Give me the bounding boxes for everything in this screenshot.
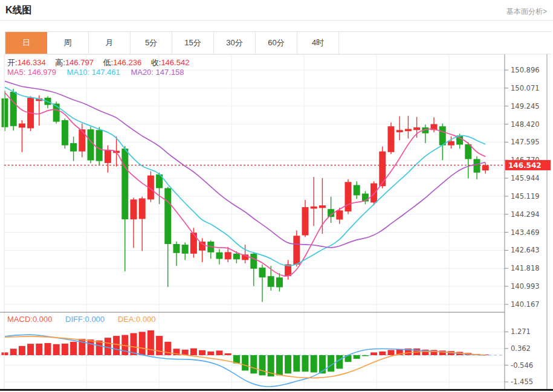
- axis-tick-label: 143.469: [511, 228, 540, 237]
- price-axis: 150.896150.071149.245148.420147.595146.7…: [505, 66, 540, 386]
- ohlc-legend: 开:146.334 高:146.797 低:146.236 收:146.542: [7, 57, 196, 68]
- macd-bar: [250, 355, 257, 373]
- candle-body: [396, 130, 403, 132]
- macd-bar: [147, 330, 154, 355]
- candle-body: [96, 130, 103, 161]
- candle-body: [388, 126, 395, 152]
- candle-body: [199, 242, 205, 251]
- macd-bar: [45, 343, 51, 355]
- candle-body: [2, 98, 8, 127]
- dea-value: DEA:0.000: [118, 315, 156, 324]
- close-label: 收:: [151, 58, 161, 67]
- macd-bar: [207, 352, 214, 355]
- axis-tick-label: 141.818: [511, 264, 540, 272]
- candle-body: [439, 126, 446, 145]
- candle-body: [465, 144, 471, 159]
- candle-body: [70, 143, 77, 152]
- macd-bar: [70, 342, 77, 355]
- axis-tick-label: 150.896: [511, 66, 540, 74]
- ma10-line: [5, 87, 485, 266]
- axis-tick-label: 147.595: [511, 138, 540, 146]
- high-value: 146.797: [65, 58, 94, 67]
- candle-body: [10, 92, 17, 126]
- axis-tick-label: 148.420: [511, 120, 540, 129]
- axis-tick-label: -0.546: [511, 361, 533, 370]
- ma5-value: MA5: 146.979: [7, 68, 56, 77]
- macd-bar: [354, 355, 360, 359]
- high-label: 高:: [55, 58, 65, 67]
- candle-body: [259, 268, 266, 277]
- macd-bar: [370, 352, 377, 355]
- axis-tick-label: -1.455: [511, 378, 533, 386]
- candle-body: [474, 159, 480, 172]
- ma20-value: MA20: 147.158: [131, 68, 184, 77]
- candle-body: [336, 210, 343, 219]
- macd-bar: [53, 344, 60, 355]
- macd-bar: [388, 350, 395, 355]
- candles: [2, 89, 489, 302]
- macd-bar: [131, 333, 137, 355]
- candle-body: [250, 254, 257, 269]
- candle-body: [268, 276, 274, 287]
- current-price-tag: 146.542: [505, 160, 551, 170]
- macd-bar: [311, 355, 317, 373]
- macd-bar: [276, 355, 283, 375]
- macd-histogram: [2, 330, 489, 376]
- candle-body: [413, 127, 420, 130]
- macd-bar: [259, 355, 266, 375]
- macd-bar: [36, 344, 42, 355]
- low-value: 146.236: [113, 58, 141, 67]
- macd-bar: [113, 336, 120, 355]
- ma-legend: MA5: 146.979 MA10: 147.461 MA20: 147.158: [7, 68, 193, 77]
- macd-bar: [156, 336, 163, 355]
- macd-value: MACD:0.000: [7, 315, 52, 324]
- macd-bar: [105, 338, 111, 355]
- candle-body: [131, 199, 137, 219]
- svg-text:146.542: 146.542: [508, 161, 542, 170]
- open-label: 开:: [7, 58, 18, 67]
- macd-bar: [139, 332, 146, 355]
- candle-body: [293, 236, 300, 265]
- macd-bar: [216, 350, 223, 355]
- macd-bar: [336, 355, 343, 368]
- axis-tick-label: 145.119: [511, 192, 540, 201]
- candle-body: [482, 165, 489, 170]
- macd-bar: [439, 350, 446, 355]
- candle-body: [19, 123, 25, 127]
- macd-bar: [379, 352, 386, 355]
- candle-body: [354, 185, 360, 195]
- candle-body: [370, 184, 377, 203]
- macd-bar: [88, 339, 94, 355]
- candle-body: [182, 245, 189, 254]
- axis-tick-label: 1.271: [511, 327, 531, 336]
- macd-legend: MACD:0.000 DIFF:0.000 DEA:0.000: [7, 315, 167, 324]
- macd-bar: [362, 355, 369, 356]
- axis-tick-label: 150.071: [511, 84, 540, 92]
- axis-tick-label: 140.167: [511, 300, 540, 309]
- candle-body: [233, 254, 240, 259]
- macd-bar: [10, 349, 17, 355]
- candle-body: [164, 188, 171, 244]
- candle-body: [88, 129, 94, 160]
- candle-body: [139, 198, 146, 219]
- low-label: 低:: [103, 58, 114, 67]
- axis-tick-label: 0.362: [511, 344, 531, 353]
- axis-tick-label: 142.643: [511, 246, 540, 254]
- macd-bar: [2, 352, 8, 355]
- macd-bar: [190, 349, 197, 355]
- macd-bar: [225, 353, 231, 355]
- candle-body: [105, 150, 111, 163]
- axis-tick-label: 140.993: [511, 282, 540, 291]
- candle-body: [173, 244, 180, 253]
- candle-body: [276, 277, 283, 287]
- candle-body: [225, 252, 231, 259]
- macd-bar: [199, 350, 205, 355]
- kline-widget: K线图 基本面分析> 日周月5分15分30分60分4时 150.896150.0…: [0, 0, 553, 392]
- macd-bar: [302, 355, 309, 371]
- candle-body: [319, 205, 326, 208]
- candle-body: [448, 141, 454, 146]
- axis-tick-label: 145.944: [511, 174, 540, 182]
- candle-body: [121, 149, 128, 219]
- candle-body: [379, 152, 386, 186]
- macd-bar: [27, 344, 34, 355]
